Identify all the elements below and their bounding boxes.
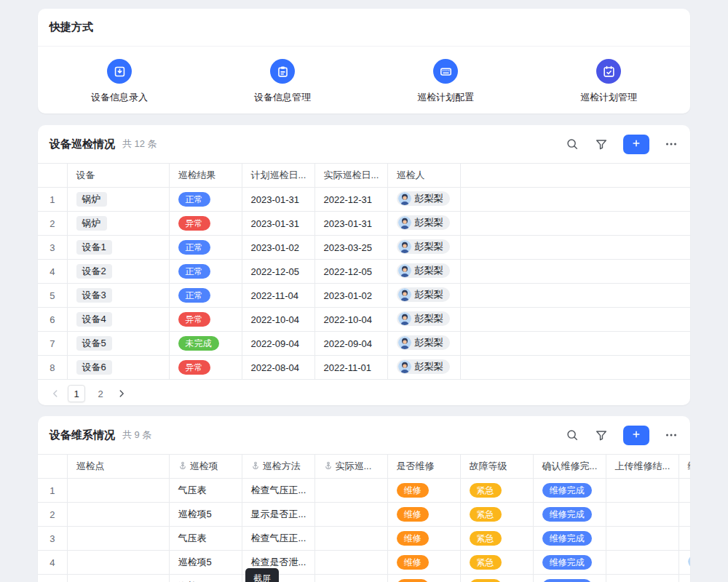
extra-cell[interactable] — [678, 551, 690, 575]
repair-cell[interactable]: 维修 — [387, 527, 460, 551]
repair-cell[interactable]: 维修 — [387, 479, 460, 503]
planned-date-cell[interactable]: 2022-11-04 — [242, 284, 314, 308]
planned-date-cell[interactable]: 2022-10-04 — [242, 308, 314, 332]
confirm-cell[interactable]: 维修完成 — [533, 551, 606, 575]
filter-icon[interactable] — [594, 137, 609, 151]
device-cell[interactable]: 设备5 — [67, 332, 169, 356]
confirm-cell[interactable]: 维修完成 — [533, 575, 606, 582]
next-page-icon[interactable] — [116, 388, 127, 399]
shortcut-item-2[interactable]: 设备信息管理 — [224, 59, 341, 104]
extra-cell[interactable] — [678, 527, 690, 551]
extra-cell[interactable] — [678, 503, 690, 527]
column-header[interactable]: 实际巡... — [314, 455, 387, 479]
column-header[interactable]: 巡检人 — [387, 164, 460, 188]
confirm-cell[interactable]: 维修完成 — [533, 479, 606, 503]
shortcut-item-3[interactable]: 巡检计划配置 — [387, 59, 504, 104]
extra-cell[interactable] — [678, 479, 690, 503]
inspector-cell[interactable]: 彭梨梨 — [387, 332, 460, 356]
inspector-cell[interactable]: 彭梨梨 — [387, 212, 460, 236]
fault-level-cell[interactable]: 紧急 — [460, 503, 533, 527]
device-cell[interactable]: 锅炉 — [67, 212, 169, 236]
item-cell[interactable]: 气压表 — [169, 527, 242, 551]
device-cell[interactable]: 设备1 — [67, 236, 169, 260]
column-header[interactable]: 设备 — [67, 164, 169, 188]
column-header[interactable]: 是否维修 — [387, 455, 460, 479]
actual-inspection-cell[interactable] — [314, 503, 387, 527]
point-cell[interactable] — [67, 503, 169, 527]
actual-date-cell[interactable]: 2023-01-31 — [314, 212, 387, 236]
inspector-cell[interactable]: 彭梨梨 — [387, 236, 460, 260]
method-cell[interactable]: 显示是否正... — [242, 503, 314, 527]
page-button-1[interactable]: 1 — [68, 385, 85, 402]
confirm-cell[interactable]: 维修完成 — [533, 527, 606, 551]
result-cell[interactable]: 正常 — [169, 284, 242, 308]
actual-date-cell[interactable]: 2022-12-05 — [314, 260, 387, 284]
actual-inspection-cell[interactable] — [314, 527, 387, 551]
fault-level-cell[interactable]: 紧急 — [460, 575, 533, 582]
fault-level-cell[interactable]: 紧急 — [460, 551, 533, 575]
shortcut-item-1[interactable]: 设备信息录入 — [61, 59, 178, 104]
result-cell[interactable]: 未完成 — [169, 332, 242, 356]
actual-inspection-cell[interactable] — [314, 575, 387, 582]
column-header[interactable]: 上传维修结... — [606, 455, 678, 479]
result-cell[interactable]: 正常 — [169, 236, 242, 260]
upload-cell[interactable] — [606, 479, 678, 503]
actual-inspection-cell[interactable] — [314, 479, 387, 503]
result-cell[interactable]: 正常 — [169, 188, 242, 212]
inspector-cell[interactable]: 彭梨梨 — [387, 356, 460, 380]
method-cell[interactable]: 检查气压正... — [242, 527, 314, 551]
upload-cell[interactable] — [606, 503, 678, 527]
device-cell[interactable]: 设备4 — [67, 308, 169, 332]
upload-cell[interactable] — [606, 551, 678, 575]
result-cell[interactable]: 异常 — [169, 212, 242, 236]
device-cell[interactable]: 锅炉 — [67, 188, 169, 212]
planned-date-cell[interactable]: 2023-01-31 — [242, 212, 314, 236]
repair-cell[interactable]: 维修 — [387, 503, 460, 527]
more-icon[interactable] — [664, 428, 678, 442]
prev-page-icon[interactable] — [50, 388, 61, 399]
planned-date-cell[interactable]: 2023-01-31 — [242, 188, 314, 212]
inspector-cell[interactable]: 彭梨梨 — [387, 188, 460, 212]
item-cell[interactable]: 巡检项5 — [169, 551, 242, 575]
filter-icon[interactable] — [594, 428, 609, 442]
page-button-2[interactable]: 2 — [92, 385, 109, 402]
device-cell[interactable]: 设备2 — [67, 260, 169, 284]
result-cell[interactable]: 异常 — [169, 356, 242, 380]
actual-date-cell[interactable]: 2023-03-25 — [314, 236, 387, 260]
column-header[interactable]: 巡检结果 — [169, 164, 242, 188]
actual-date-cell[interactable]: 2022-09-04 — [314, 332, 387, 356]
device-cell[interactable]: 设备3 — [67, 284, 169, 308]
search-icon[interactable] — [565, 428, 579, 442]
planned-date-cell[interactable]: 2023-01-02 — [242, 236, 314, 260]
add-record-button[interactable] — [623, 426, 649, 445]
fault-level-cell[interactable]: 紧急 — [460, 479, 533, 503]
upload-cell[interactable] — [606, 575, 678, 582]
point-cell[interactable] — [67, 479, 169, 503]
item-cell[interactable]: 巡检项5 — [169, 575, 242, 582]
column-header[interactable]: 确认维修完... — [533, 455, 606, 479]
upload-cell[interactable] — [606, 527, 678, 551]
planned-date-cell[interactable]: 2022-08-04 — [242, 356, 314, 380]
result-cell[interactable]: 正常 — [169, 260, 242, 284]
repair-cell[interactable]: 维修 — [387, 575, 460, 582]
extra-cell[interactable] — [678, 575, 690, 582]
result-cell[interactable]: 异常 — [169, 308, 242, 332]
column-header[interactable]: 实际巡检日... — [314, 164, 387, 188]
actual-date-cell[interactable]: 2022-11-01 — [314, 356, 387, 380]
repair-cell[interactable]: 维修 — [387, 551, 460, 575]
column-header[interactable]: 巡检项 — [169, 455, 242, 479]
column-header[interactable]: 计划巡检日... — [242, 164, 314, 188]
planned-date-cell[interactable]: 2022-09-04 — [242, 332, 314, 356]
more-icon[interactable] — [664, 137, 678, 151]
shortcut-item-4[interactable]: 巡检计划管理 — [550, 59, 667, 104]
point-cell[interactable] — [67, 527, 169, 551]
item-cell[interactable]: 气压表 — [169, 479, 242, 503]
device-cell[interactable]: 设备6 — [67, 356, 169, 380]
method-cell[interactable]: 检查气压正... — [242, 479, 314, 503]
inspector-cell[interactable]: 彭梨梨 — [387, 308, 460, 332]
search-icon[interactable] — [565, 137, 579, 151]
item-cell[interactable]: 巡检项5 — [169, 503, 242, 527]
actual-date-cell[interactable]: 2022-10-04 — [314, 308, 387, 332]
column-header[interactable]: 维... — [678, 455, 690, 479]
actual-inspection-cell[interactable] — [314, 551, 387, 575]
